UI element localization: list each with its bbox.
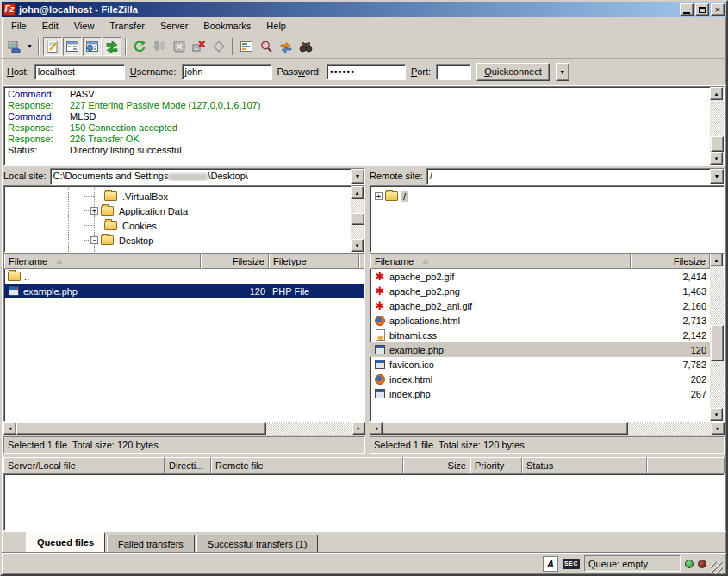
column-last-modified[interactable]: L xyxy=(359,254,364,269)
file-row-parent-dir[interactable]: .. xyxy=(4,269,364,284)
collapse-icon[interactable]: - xyxy=(90,236,98,244)
file-row[interactable]: applications.html 2,713 xyxy=(370,313,710,328)
host-input[interactable]: localhost xyxy=(34,64,125,80)
ascii-datatype-icon[interactable]: A xyxy=(543,556,558,572)
file-row[interactable]: bitnami.css 2,142 xyxy=(370,328,710,342)
remote-path-combobox[interactable]: / ▼ xyxy=(426,168,725,185)
maximize-button[interactable] xyxy=(695,3,709,16)
menu-help[interactable]: Help xyxy=(258,19,294,33)
censored-username xyxy=(168,173,208,181)
file-row-example-php[interactable]: example.php 120 xyxy=(370,342,710,357)
scroll-down-icon[interactable]: ▼ xyxy=(710,152,723,165)
cancel-operation-button[interactable] xyxy=(170,37,189,56)
username-input[interactable]: john xyxy=(182,64,272,80)
scroll-up-icon[interactable]: ▲ xyxy=(351,186,364,199)
column-filename[interactable]: Filename xyxy=(4,254,201,269)
file-row[interactable]: index.html 202 xyxy=(370,372,710,386)
menu-transfer[interactable]: Transfer xyxy=(102,19,152,33)
tree-item-application-data[interactable]: + Application Data xyxy=(4,203,351,218)
scroll-left-icon[interactable]: ◄ xyxy=(370,422,383,435)
quickconnect-dropdown[interactable]: ▼ xyxy=(556,63,569,81)
scrollbar-thumb[interactable] xyxy=(711,136,724,152)
tab-successful-transfers[interactable]: Successful transfers (1) xyxy=(196,535,319,552)
combo-dropdown-icon[interactable]: ▼ xyxy=(710,169,724,184)
queue-list[interactable] xyxy=(3,473,725,531)
password-input[interactable]: •••••• xyxy=(327,64,406,80)
minimize-button[interactable] xyxy=(680,3,694,16)
column-priority[interactable]: Priority xyxy=(470,457,522,473)
quickconnect-button[interactable]: Quickconnect xyxy=(476,63,550,81)
find-files-button[interactable] xyxy=(296,37,315,56)
file-row[interactable]: ✱apache_pb2_ani.gif 2,160 xyxy=(370,298,710,313)
local-tree-vertical-scrollbar[interactable]: ▲ ▼ xyxy=(351,186,364,252)
remote-list-vertical-scrollbar[interactable]: ▲ ▼ xyxy=(710,254,724,421)
scrollbar-thumb[interactable] xyxy=(16,422,266,435)
expand-icon[interactable]: + xyxy=(375,192,383,200)
scroll-right-icon[interactable]: ► xyxy=(712,422,725,435)
file-row[interactable]: index.php 267 xyxy=(370,386,710,401)
expand-icon[interactable]: + xyxy=(90,207,98,215)
menu-file[interactable]: File xyxy=(3,19,34,33)
folder-icon xyxy=(104,191,117,201)
column-filetype[interactable]: Filetype xyxy=(269,254,359,269)
scroll-left-icon[interactable]: ◄ xyxy=(3,422,16,435)
synchronized-browsing-button[interactable] xyxy=(277,37,296,56)
close-button[interactable]: ✕ xyxy=(711,3,725,16)
site-manager-button[interactable] xyxy=(5,37,24,56)
toggle-remote-tree-button[interactable] xyxy=(83,37,102,56)
directory-comparison-button[interactable] xyxy=(257,37,276,56)
scroll-up-icon[interactable]: ▲ xyxy=(710,87,723,100)
local-path-combobox[interactable]: C:\Documents and Settings\Desktop\ ▼ xyxy=(50,168,365,185)
column-status[interactable]: Status xyxy=(522,457,647,473)
column-remote-file[interactable]: Remote file xyxy=(211,457,403,473)
column-filename[interactable]: Filename xyxy=(370,254,631,269)
tab-queued-files[interactable]: Queued files xyxy=(26,532,105,552)
menu-bookmarks[interactable]: Bookmarks xyxy=(196,19,258,33)
toggle-transfer-queue-button[interactable] xyxy=(103,37,121,56)
scroll-up-icon[interactable]: ▲ xyxy=(710,254,723,266)
tree-item-desktop[interactable]: - Desktop xyxy=(4,233,351,247)
resize-grip[interactable] xyxy=(711,562,723,574)
file-row[interactable]: ✱apache_pb2.gif 2,414 xyxy=(370,269,710,284)
refresh-button[interactable] xyxy=(130,37,149,56)
column-filesize[interactable]: Filesize xyxy=(631,254,710,269)
column-server-local-file[interactable]: Server/Local file xyxy=(3,457,165,473)
site-manager-dropdown[interactable]: ▼ xyxy=(25,37,34,56)
scroll-down-icon[interactable]: ▼ xyxy=(351,239,364,252)
column-direction[interactable]: Directi... xyxy=(165,457,211,473)
column-filesize[interactable]: Filesize xyxy=(201,254,269,269)
process-queue-button[interactable] xyxy=(150,37,169,56)
local-horizontal-scrollbar[interactable]: ◄ ► xyxy=(3,422,365,435)
scroll-right-icon[interactable]: ► xyxy=(352,422,365,435)
menu-server[interactable]: Server xyxy=(152,19,196,33)
site-tree-row: Local site: C:\Documents and Settings\De… xyxy=(2,166,726,253)
remote-horizontal-scrollbar[interactable]: ◄ ► xyxy=(370,422,725,435)
remote-selection-status: Selected 1 file. Total size: 120 bytes xyxy=(370,436,725,454)
menu-edit[interactable]: Edit xyxy=(34,19,66,33)
toggle-message-log-button[interactable] xyxy=(43,37,62,56)
log-line: Command:MLSD xyxy=(8,111,710,122)
scrollbar-thumb[interactable] xyxy=(352,213,364,225)
tree-item-virtualbox[interactable]: .VirtualBox xyxy=(4,189,351,203)
file-row[interactable]: ✱apache_pb2.png 1,463 xyxy=(370,284,710,298)
file-row-example-php[interactable]: example.php 120 PHP File 1 xyxy=(4,284,364,298)
tab-failed-transfers[interactable]: Failed transfers xyxy=(107,535,195,552)
scrollbar-thumb[interactable] xyxy=(383,422,628,435)
security-indicator-icon[interactable]: SEC xyxy=(563,559,580,569)
tree-item-root[interactable]: + / xyxy=(370,189,724,203)
toolbar: ▼ xyxy=(2,34,726,59)
disconnect-button[interactable] xyxy=(190,37,208,56)
filename-filters-button[interactable] xyxy=(237,37,256,56)
toggle-local-tree-button[interactable] xyxy=(63,37,82,56)
file-row[interactable]: favicon.ico 7,782 xyxy=(370,357,710,372)
sort-ascending-icon xyxy=(422,259,429,264)
log-vertical-scrollbar[interactable]: ▲ ▼ xyxy=(710,87,724,165)
reconnect-button[interactable] xyxy=(209,37,228,56)
combo-dropdown-icon[interactable]: ▼ xyxy=(351,169,364,184)
column-size[interactable]: Size xyxy=(403,457,470,473)
tree-item-cookies[interactable]: Cookies xyxy=(4,218,351,233)
scroll-down-icon[interactable]: ▼ xyxy=(710,408,723,421)
port-input[interactable] xyxy=(436,64,471,80)
scrollbar-thumb[interactable] xyxy=(711,325,724,361)
menu-view[interactable]: View xyxy=(66,19,103,33)
